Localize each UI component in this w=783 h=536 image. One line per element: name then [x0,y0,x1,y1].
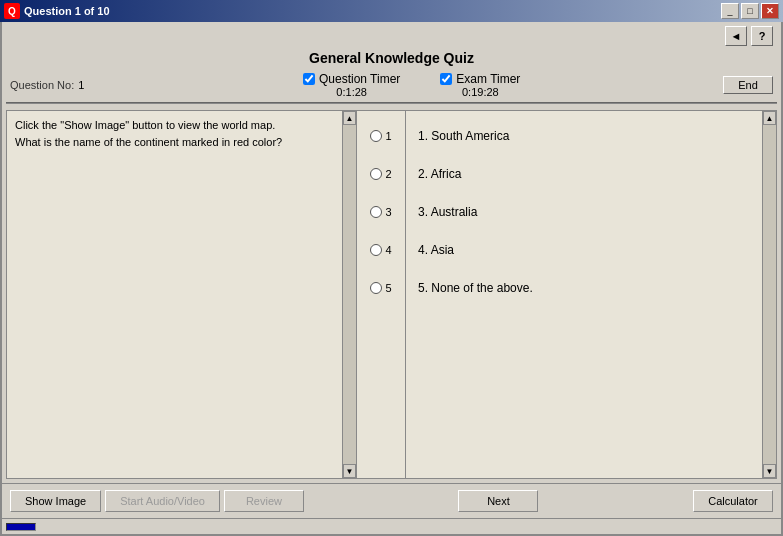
content-area: Click the "Show Image" button to view th… [6,110,777,479]
question-text-line1: Click the "Show Image" button to view th… [15,119,275,131]
radio-item-5[interactable]: 5 [357,269,405,307]
question-text: Click the "Show Image" button to view th… [7,111,356,478]
radio-label-2: 2 [385,168,391,180]
exam-timer-block: Exam Timer 0:19:28 [440,72,520,98]
radio-label-1: 1 [385,130,391,142]
answer-item-3[interactable]: 3. Australia [414,193,768,231]
calculator-button[interactable]: Calculator [693,490,773,512]
radio-label-5: 5 [385,282,391,294]
info-row: Question No: 1 Question Timer 0:1:28 Exa… [2,70,781,100]
radio-item-4[interactable]: 4 [357,231,405,269]
status-bar [2,518,781,534]
question-panel: Click the "Show Image" button to view th… [6,110,356,479]
show-image-button[interactable]: Show Image [10,490,101,512]
answers-panel: 1. South America 2. Africa 3. Australia … [406,110,777,479]
main-window: ◄ ? General Knowledge Quiz Question No: … [0,22,783,536]
scroll-track [343,125,356,464]
question-scrollbar[interactable]: ▲ ▼ [342,111,356,478]
radio-item-3[interactable]: 3 [357,193,405,231]
review-button[interactable]: Review [224,490,304,512]
answer-text-1: 1. South America [418,129,509,143]
app-icon: Q [4,3,20,19]
question-timer-label: Question Timer [319,72,400,86]
scroll-up-btn[interactable]: ▲ [343,111,356,125]
sound-button[interactable]: ◄ [725,26,747,46]
question-timer-checkbox[interactable] [303,73,315,85]
question-no-label: Question No: [10,79,74,91]
answers-scrollbar[interactable]: ▲ ▼ [762,111,776,478]
radio-3[interactable] [370,206,382,218]
radio-2[interactable] [370,168,382,180]
next-button[interactable]: Next [458,490,538,512]
exam-timer-checkbox[interactable] [440,73,452,85]
radio-label-4: 4 [385,244,391,256]
close-button[interactable]: ✕ [761,3,779,19]
answer-text-3: 3. Australia [418,205,477,219]
radio-1[interactable] [370,130,382,142]
maximize-button[interactable]: □ [741,3,759,19]
answer-item-4[interactable]: 4. Asia [414,231,768,269]
bottom-bar: Show Image Start Audio/Video Review Next… [2,483,781,518]
top-toolbar: ◄ ? [2,22,781,48]
timer-section: Question Timer 0:1:28 Exam Timer 0:19:28 [100,72,723,98]
help-button[interactable]: ? [751,26,773,46]
answer-text-4: 4. Asia [418,243,454,257]
answers-list: 1. South America 2. Africa 3. Australia … [406,111,776,313]
question-text-line2: What is the name of the continent marked… [15,136,282,148]
title-bar-text: Question 1 of 10 [24,5,721,17]
status-indicator [6,523,36,531]
answer-text-5: 5. None of the above. [418,281,533,295]
radio-label-3: 3 [385,206,391,218]
exam-timer-label: Exam Timer [456,72,520,86]
answer-item-1[interactable]: 1. South America [414,117,768,155]
minimize-button[interactable]: _ [721,3,739,19]
exam-timer-value: 0:19:28 [462,86,499,98]
radio-column: 1 2 3 4 5 [356,110,406,479]
question-timer-value: 0:1:28 [336,86,367,98]
start-audio-video-button[interactable]: Start Audio/Video [105,490,220,512]
radio-item-1[interactable]: 1 [357,117,405,155]
radio-4[interactable] [370,244,382,256]
radio-item-2[interactable]: 2 [357,155,405,193]
title-bar-buttons: _ □ ✕ [721,3,779,19]
radio-5[interactable] [370,282,382,294]
question-timer-block: Question Timer 0:1:28 [303,72,400,98]
divider [6,102,777,104]
question-no-value: 1 [78,79,84,91]
answer-item-2[interactable]: 2. Africa [414,155,768,193]
ans-scroll-down-btn[interactable]: ▼ [763,464,776,478]
ans-scroll-track [763,125,776,464]
end-button[interactable]: End [723,76,773,94]
answer-item-5[interactable]: 5. None of the above. [414,269,768,307]
ans-scroll-up-btn[interactable]: ▲ [763,111,776,125]
scroll-down-btn[interactable]: ▼ [343,464,356,478]
answer-text-2: 2. Africa [418,167,461,181]
page-title: General Knowledge Quiz [2,48,781,70]
title-bar: Q Question 1 of 10 _ □ ✕ [0,0,783,22]
